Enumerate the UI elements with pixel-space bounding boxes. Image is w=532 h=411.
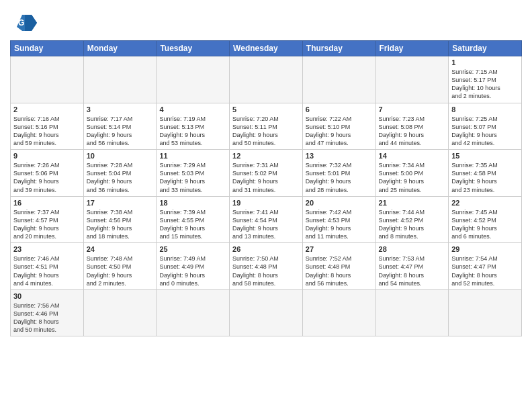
- day-info: Sunrise: 7:35 AM Sunset: 4:58 PM Dayligh…: [451, 161, 519, 194]
- calendar-cell: 4Sunrise: 7:19 AM Sunset: 5:13 PM Daylig…: [157, 103, 230, 150]
- day-number: 11: [159, 152, 226, 160]
- day-number: 20: [306, 199, 373, 207]
- calendar-cell: 27Sunrise: 7:52 AM Sunset: 4:48 PM Dayli…: [302, 243, 375, 290]
- day-info: Sunrise: 7:16 AM Sunset: 5:16 PM Dayligh…: [13, 115, 81, 148]
- calendar-cell: 2Sunrise: 7:16 AM Sunset: 5:16 PM Daylig…: [11, 103, 84, 150]
- day-info: Sunrise: 7:25 AM Sunset: 5:07 PM Dayligh…: [451, 115, 519, 148]
- day-number: 7: [379, 105, 446, 113]
- day-info: Sunrise: 7:39 AM Sunset: 4:55 PM Dayligh…: [159, 208, 226, 241]
- day-number: 17: [87, 199, 154, 207]
- logo: G: [10, 11, 37, 35]
- day-number: 25: [159, 245, 226, 253]
- day-number: 27: [306, 245, 373, 253]
- day-info: Sunrise: 7:19 AM Sunset: 5:13 PM Dayligh…: [159, 115, 226, 148]
- day-number: 21: [379, 199, 446, 207]
- calendar-cell: 25Sunrise: 7:49 AM Sunset: 4:49 PM Dayli…: [157, 243, 230, 290]
- day-number: 3: [87, 105, 154, 113]
- day-number: 9: [13, 152, 81, 160]
- day-info: Sunrise: 7:54 AM Sunset: 4:47 PM Dayligh…: [451, 255, 519, 287]
- day-number: 2: [13, 105, 81, 113]
- header: G: [10, 7, 522, 35]
- calendar-cell: [302, 56, 375, 103]
- day-number: 13: [306, 152, 373, 160]
- day-info: Sunrise: 7:15 AM Sunset: 5:17 PM Dayligh…: [451, 68, 519, 101]
- calendar-cell: 5Sunrise: 7:20 AM Sunset: 5:11 PM Daylig…: [230, 103, 303, 150]
- day-number: 28: [379, 245, 446, 253]
- day-info: Sunrise: 7:31 AM Sunset: 5:02 PM Dayligh…: [232, 161, 300, 194]
- week-row-3: 9Sunrise: 7:26 AM Sunset: 5:06 PM Daylig…: [11, 150, 522, 197]
- day-number: 19: [232, 199, 300, 207]
- calendar-cell: [375, 289, 449, 336]
- calendar-cell: [449, 289, 522, 336]
- logo-icon: G: [13, 11, 37, 35]
- calendar-cell: 9Sunrise: 7:26 AM Sunset: 5:06 PM Daylig…: [11, 150, 84, 197]
- day-number: 1: [451, 58, 519, 66]
- weekday-header-saturday: Saturday: [449, 41, 522, 56]
- calendar-cell: 13Sunrise: 7:32 AM Sunset: 5:01 PM Dayli…: [302, 150, 375, 197]
- weekday-header-row: SundayMondayTuesdayWednesdayThursdayFrid…: [11, 41, 522, 56]
- calendar-cell: [230, 56, 303, 103]
- calendar-cell: 18Sunrise: 7:39 AM Sunset: 4:55 PM Dayli…: [157, 196, 230, 243]
- calendar-cell: 22Sunrise: 7:45 AM Sunset: 4:52 PM Dayli…: [449, 196, 522, 243]
- day-number: 10: [87, 152, 154, 160]
- day-info: Sunrise: 7:28 AM Sunset: 5:04 PM Dayligh…: [87, 161, 154, 194]
- calendar-cell: 8Sunrise: 7:25 AM Sunset: 5:07 PM Daylig…: [449, 103, 522, 150]
- day-number: 30: [13, 292, 81, 300]
- day-number: 22: [451, 199, 519, 207]
- day-info: Sunrise: 7:37 AM Sunset: 4:57 PM Dayligh…: [13, 208, 81, 241]
- day-info: Sunrise: 7:52 AM Sunset: 4:48 PM Dayligh…: [306, 255, 373, 287]
- calendar-cell: 12Sunrise: 7:31 AM Sunset: 5:02 PM Dayli…: [230, 150, 303, 197]
- svg-marker-1: [25, 15, 37, 31]
- day-number: 6: [306, 105, 373, 113]
- calendar-cell: 24Sunrise: 7:48 AM Sunset: 4:50 PM Dayli…: [83, 243, 157, 290]
- calendar-cell: [230, 289, 303, 336]
- calendar-cell: 6Sunrise: 7:22 AM Sunset: 5:10 PM Daylig…: [302, 103, 375, 150]
- day-number: 15: [451, 152, 519, 160]
- calendar-cell: [302, 289, 375, 336]
- day-number: 8: [451, 105, 519, 113]
- day-number: 26: [232, 245, 300, 253]
- day-number: 24: [87, 245, 154, 253]
- day-info: Sunrise: 7:20 AM Sunset: 5:11 PM Dayligh…: [232, 115, 300, 148]
- day-info: Sunrise: 7:17 AM Sunset: 5:14 PM Dayligh…: [87, 115, 154, 148]
- calendar-cell: 29Sunrise: 7:54 AM Sunset: 4:47 PM Dayli…: [449, 243, 522, 290]
- day-info: Sunrise: 7:53 AM Sunset: 4:47 PM Dayligh…: [379, 255, 446, 287]
- page: G SundayMondayTuesdayWednesdayThursdayFr…: [0, 0, 532, 411]
- day-number: 23: [13, 245, 81, 253]
- calendar-cell: 21Sunrise: 7:44 AM Sunset: 4:52 PM Dayli…: [375, 196, 449, 243]
- day-info: Sunrise: 7:26 AM Sunset: 5:06 PM Dayligh…: [13, 161, 81, 194]
- calendar-cell: 26Sunrise: 7:50 AM Sunset: 4:48 PM Dayli…: [230, 243, 303, 290]
- calendar-cell: 23Sunrise: 7:46 AM Sunset: 4:51 PM Dayli…: [11, 243, 84, 290]
- calendar-cell: 15Sunrise: 7:35 AM Sunset: 4:58 PM Dayli…: [449, 150, 522, 197]
- calendar-cell: 28Sunrise: 7:53 AM Sunset: 4:47 PM Dayli…: [375, 243, 449, 290]
- calendar-cell: 1Sunrise: 7:15 AM Sunset: 5:17 PM Daylig…: [449, 56, 522, 103]
- calendar-cell: 16Sunrise: 7:37 AM Sunset: 4:57 PM Dayli…: [11, 196, 84, 243]
- calendar-cell: 19Sunrise: 7:41 AM Sunset: 4:54 PM Dayli…: [230, 196, 303, 243]
- calendar-cell: [83, 289, 157, 336]
- day-number: 12: [232, 152, 300, 160]
- weekday-header-monday: Monday: [83, 41, 157, 56]
- day-info: Sunrise: 7:46 AM Sunset: 4:51 PM Dayligh…: [13, 255, 81, 287]
- week-row-1: 1Sunrise: 7:15 AM Sunset: 5:17 PM Daylig…: [11, 56, 522, 103]
- calendar-cell: [157, 56, 230, 103]
- calendar: SundayMondayTuesdayWednesdayThursdayFrid…: [10, 40, 522, 336]
- day-number: 5: [232, 105, 300, 113]
- day-info: Sunrise: 7:29 AM Sunset: 5:03 PM Dayligh…: [159, 161, 226, 194]
- calendar-cell: [83, 56, 157, 103]
- weekday-header-tuesday: Tuesday: [157, 41, 230, 56]
- calendar-cell: 3Sunrise: 7:17 AM Sunset: 5:14 PM Daylig…: [83, 103, 157, 150]
- calendar-cell: [157, 289, 230, 336]
- calendar-cell: 17Sunrise: 7:38 AM Sunset: 4:56 PM Dayli…: [83, 196, 157, 243]
- day-number: 4: [159, 105, 226, 113]
- calendar-cell: 10Sunrise: 7:28 AM Sunset: 5:04 PM Dayli…: [83, 150, 157, 197]
- day-number: 29: [451, 245, 519, 253]
- week-row-5: 23Sunrise: 7:46 AM Sunset: 4:51 PM Dayli…: [11, 243, 522, 290]
- calendar-cell: 30Sunrise: 7:56 AM Sunset: 4:46 PM Dayli…: [11, 289, 84, 336]
- calendar-cell: 14Sunrise: 7:34 AM Sunset: 5:00 PM Dayli…: [375, 150, 449, 197]
- calendar-cell: 11Sunrise: 7:29 AM Sunset: 5:03 PM Dayli…: [157, 150, 230, 197]
- day-number: 14: [379, 152, 446, 160]
- day-info: Sunrise: 7:32 AM Sunset: 5:01 PM Dayligh…: [306, 161, 373, 194]
- svg-text:G: G: [18, 18, 24, 28]
- day-info: Sunrise: 7:50 AM Sunset: 4:48 PM Dayligh…: [232, 255, 300, 287]
- weekday-header-friday: Friday: [375, 41, 449, 56]
